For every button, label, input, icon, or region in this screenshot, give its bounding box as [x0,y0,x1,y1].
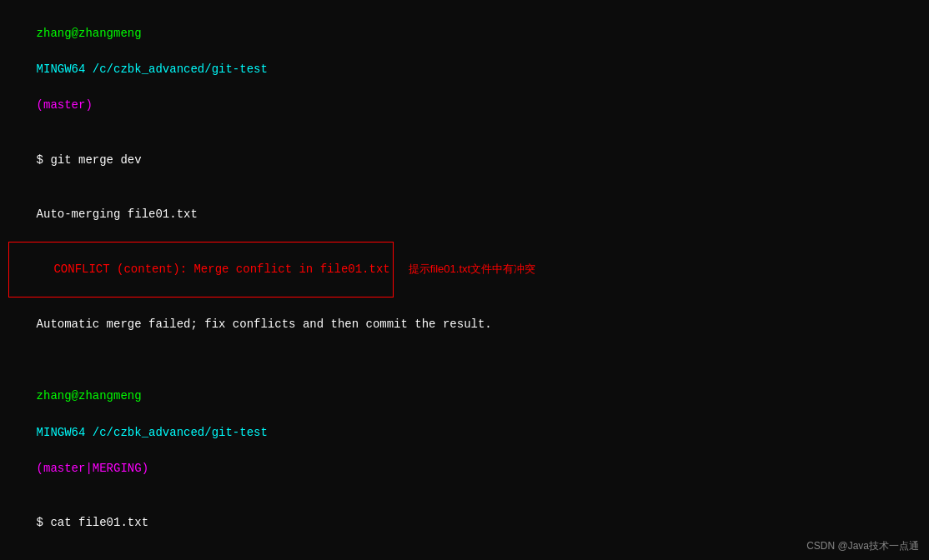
terminal-line-2: $ git merge dev [8,133,921,188]
prompt-path: MINGW64 /c/czbk_advanced/git-test [37,62,268,76]
prompt-branch: (master) [37,98,93,112]
terminal-line-7: zhang@zhangmeng MINGW64 /c/czbk_advanced… [8,370,921,497]
terminal-line-8: $ cat file01.txt [8,497,921,551]
terminal-line-4: CONFLICT (content): Merge conflict in fi… [8,242,921,298]
terminal-line-5: Automatic merge failed; fix conflicts an… [8,298,921,352]
watermark: CSDN @Java技术一点通 [806,539,919,553]
blank-1 [8,352,921,370]
prompt-user: zhang@zhangmeng [37,27,142,40]
conflict-text: CONFLICT (content): Merge conflict in fi… [53,262,389,276]
conflict-annotation: 提示file01.txt文件中有冲突 [409,261,535,278]
terminal: zhang@zhangmeng MINGW64 /c/czbk_advanced… [0,0,929,560]
terminal-line-1: zhang@zhangmeng MINGW64 /c/czbk_advanced… [8,7,921,133]
terminal-line-9: <<<<<<< HEAD [8,551,921,560]
terminal-line-3: Auto-merging file01.txt [8,188,921,242]
